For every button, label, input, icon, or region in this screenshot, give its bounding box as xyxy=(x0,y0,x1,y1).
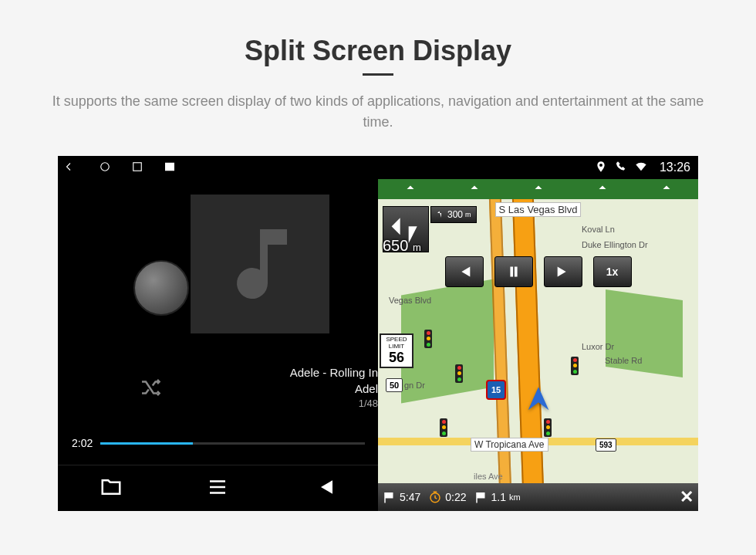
street-label: iles Ave xyxy=(471,471,506,482)
lane-arrow-icon xyxy=(403,182,417,196)
recent-apps-icon[interactable] xyxy=(130,160,144,176)
svg-point-0 xyxy=(101,162,110,171)
close-button[interactable]: ✕ xyxy=(680,487,694,507)
map-controls: 1x xyxy=(445,256,632,287)
skip-previous-button[interactable] xyxy=(445,256,484,287)
us-route-shield: 50 xyxy=(386,378,403,392)
shuffle-button[interactable] xyxy=(138,376,161,402)
music-note-icon xyxy=(214,218,306,310)
current-street-label: S Las Vegas Blvd xyxy=(495,202,582,217)
playlist-button[interactable] xyxy=(206,475,229,502)
street-label: E Reno Ave xyxy=(697,335,698,386)
traffic-light-icon xyxy=(544,418,552,437)
track-index: 1/48 xyxy=(290,397,378,411)
lane-arrow-icon xyxy=(660,182,673,196)
street-label: Duke Ellington Dr xyxy=(579,239,651,250)
state-route-shield: 593 xyxy=(596,438,616,452)
progress-row: 2:02 xyxy=(72,437,365,449)
elapsed-time: 2:02 xyxy=(72,437,93,449)
speed-limit-sign: SPEED LIMIT 56 xyxy=(380,333,413,368)
seek-bar[interactable] xyxy=(100,442,365,445)
album-art-placeholder xyxy=(191,195,329,333)
traffic-light-icon xyxy=(424,330,432,348)
next-turn-main-distance: 650 m xyxy=(383,237,421,255)
title-underline xyxy=(363,73,393,76)
speed-button[interactable]: 1x xyxy=(593,256,632,287)
lane-arrow-icon xyxy=(532,182,545,196)
clock-text: 13:26 xyxy=(660,161,690,174)
lane-guidance-bar xyxy=(378,179,698,199)
remaining-time-chip: 0:22 xyxy=(428,490,466,504)
wifi-icon xyxy=(635,161,647,175)
street-label: Luxor Dr xyxy=(579,341,617,352)
street-label: Vegas Blvd xyxy=(386,295,434,306)
page-title: Split Screen Display xyxy=(245,35,511,67)
picture-icon[interactable] xyxy=(163,160,177,176)
street-label: gn Dr xyxy=(401,380,428,391)
flag-icon xyxy=(383,490,397,504)
navigation-pane: S Las Vegas Blvd 300 m 650 m xyxy=(378,179,698,511)
svg-rect-1 xyxy=(133,162,142,171)
location-icon xyxy=(595,161,607,175)
page-subtitle: It supports the same screen display of t… xyxy=(46,91,710,133)
previous-button[interactable] xyxy=(313,475,336,502)
track-title: Adele - Rolling In xyxy=(290,364,378,381)
distance-chip: 1.1 km xyxy=(474,490,521,504)
play-orb-button[interactable] xyxy=(133,260,189,316)
street-label: Koval Ln xyxy=(579,224,618,235)
lane-arrow-icon xyxy=(596,182,609,196)
home-icon[interactable] xyxy=(98,160,112,176)
clock-icon xyxy=(428,490,442,504)
traffic-light-icon xyxy=(571,357,579,375)
lane-arrow-icon xyxy=(467,182,481,196)
device-frame: 13:26 Adele - Rolling In Adel 1/48 xyxy=(58,156,698,511)
back-icon[interactable] xyxy=(66,160,79,176)
folder-button[interactable] xyxy=(100,475,123,502)
navigation-bottom-bar: 5:47 0:22 1.1 km ✕ xyxy=(378,483,698,511)
interstate-shield: 15 xyxy=(486,380,506,400)
track-artist: Adel xyxy=(290,381,378,397)
traffic-light-icon xyxy=(455,364,463,383)
svg-rect-2 xyxy=(165,162,174,171)
traffic-light-icon xyxy=(440,418,447,437)
eta-chip: 5:47 xyxy=(383,490,420,504)
skip-next-button[interactable] xyxy=(544,256,582,287)
svg-rect-6 xyxy=(477,492,485,499)
street-label: W Tropicana Ave xyxy=(471,438,548,452)
next-turn-secondary-distance: 300 m xyxy=(430,206,477,223)
track-info: Adele - Rolling In Adel 1/48 xyxy=(290,364,378,411)
music-pane: Adele - Rolling In Adel 1/48 2:02 xyxy=(58,179,378,511)
pause-button[interactable] xyxy=(494,256,533,287)
flag-icon xyxy=(474,490,488,504)
music-bottom-nav xyxy=(58,465,378,511)
phone-icon xyxy=(615,161,627,175)
vehicle-cursor-icon xyxy=(523,384,554,418)
street-label: Stable Rd xyxy=(602,355,645,366)
svg-rect-3 xyxy=(385,492,393,499)
status-bar: 13:26 xyxy=(58,156,698,179)
